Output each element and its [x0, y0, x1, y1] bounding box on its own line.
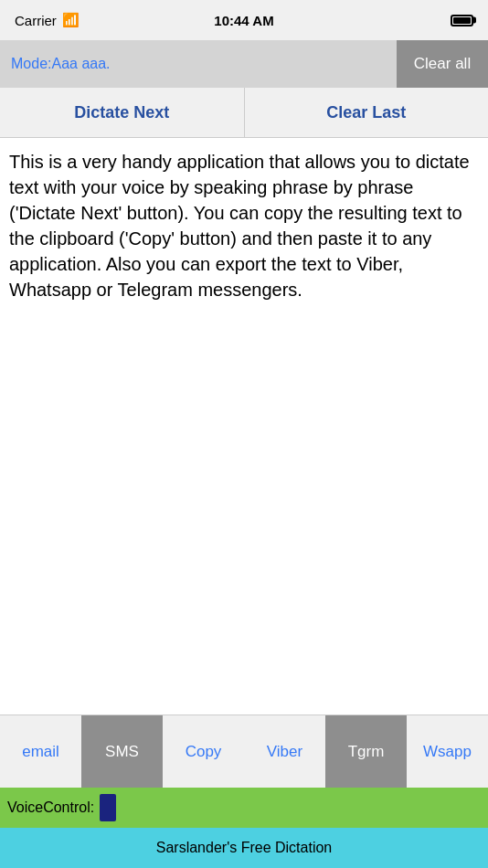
copy-button[interactable]: Copy	[163, 715, 244, 788]
wsapp-button[interactable]: Wsapp	[407, 715, 488, 788]
mode-label: Mode:Aaa aaa.	[0, 40, 397, 88]
footer: Sarslander's Free Dictation	[0, 828, 488, 868]
status-bar-left: Carrier 📶	[15, 12, 80, 28]
footer-text: Sarslander's Free Dictation	[156, 840, 332, 856]
status-bar-time: 10:44 AM	[214, 13, 273, 28]
tgrm-button[interactable]: Tgrm	[325, 715, 407, 788]
action-row: Dictate Next Clear Last	[0, 88, 488, 138]
main-text-area: This is a very handy application that al…	[0, 138, 488, 715]
clear-last-button[interactable]: Clear Last	[245, 88, 489, 137]
wifi-icon: 📶	[62, 12, 80, 28]
voice-control-bar: VoiceControl:	[0, 788, 488, 828]
email-button[interactable]: email	[0, 715, 81, 788]
status-bar-right	[451, 15, 473, 26]
top-bar: Mode:Aaa aaa. Clear all	[0, 40, 488, 88]
sms-button[interactable]: SMS	[81, 715, 163, 788]
clear-all-button[interactable]: Clear all	[397, 40, 488, 88]
dictate-next-button[interactable]: Dictate Next	[0, 88, 245, 137]
battery-icon	[451, 15, 473, 26]
bottom-toolbar: email SMS Copy Viber Tgrm Wsapp	[0, 715, 488, 788]
voice-control-indicator	[100, 794, 116, 821]
viber-button[interactable]: Viber	[244, 715, 325, 788]
status-bar: Carrier 📶 10:44 AM	[0, 0, 488, 40]
voice-control-label: VoiceControl:	[7, 799, 94, 816]
main-text-content: This is a very handy application that al…	[9, 149, 479, 302]
carrier-label: Carrier	[15, 13, 57, 28]
